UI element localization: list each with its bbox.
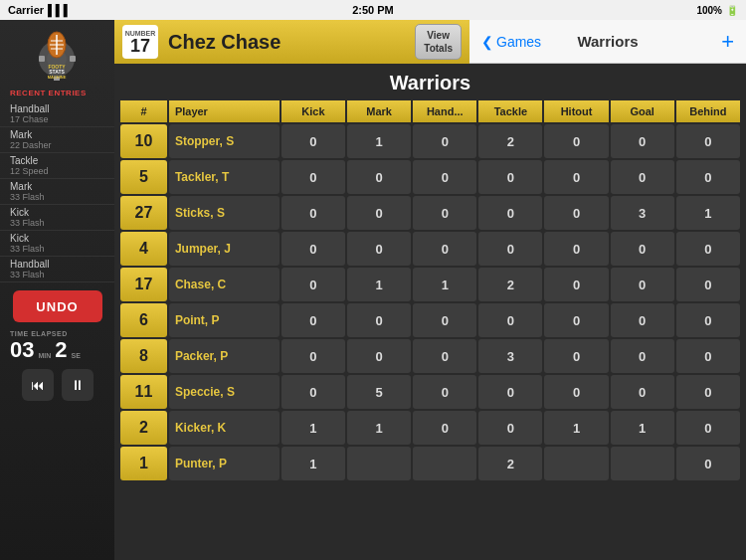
cell-player: Speccie, S [169, 375, 280, 409]
cell-behind[interactable]: 1 [676, 196, 740, 230]
cell-kick[interactable]: 0 [281, 268, 345, 301]
undo-button[interactable]: UNDO [13, 290, 102, 322]
player-number: 17 [130, 37, 150, 55]
cell-hand[interactable]: 0 [413, 160, 476, 194]
cell-tackle[interactable]: 2 [478, 124, 542, 158]
cell-number: 27 [120, 196, 167, 230]
cell-tackle[interactable]: 0 [478, 411, 542, 445]
cell-kick[interactable]: 0 [281, 339, 345, 373]
cell-hitout[interactable]: 0 [544, 124, 608, 158]
cell-kick[interactable]: 0 [281, 232, 345, 266]
cell-hitout[interactable]: 0 [544, 268, 608, 301]
cell-tackle[interactable]: 2 [478, 268, 542, 301]
cell-number: 8 [120, 339, 167, 373]
cell-hand[interactable]: 0 [413, 303, 476, 337]
status-bar-right: 100% 🔋 [696, 5, 738, 16]
logo: FOOTY STATS MACHINE [18, 28, 97, 83]
cell-goal[interactable] [611, 447, 674, 480]
svg-rect-4 [39, 56, 45, 62]
cell-behind[interactable]: 0 [676, 160, 740, 194]
cell-behind[interactable]: 0 [676, 339, 740, 373]
cell-goal[interactable]: 0 [611, 339, 674, 373]
cell-hitout[interactable]: 0 [544, 375, 608, 409]
cell-kick[interactable]: 0 [281, 196, 345, 230]
time-elapsed-label: TIME ELAPSED [0, 330, 68, 337]
cell-hand[interactable]: 0 [413, 232, 476, 266]
cell-mark[interactable]: 0 [347, 232, 411, 266]
cell-behind[interactable]: 0 [676, 124, 740, 158]
cell-kick[interactable]: 0 [281, 303, 345, 337]
cell-hand[interactable]: 0 [413, 339, 476, 373]
battery-icon: 🔋 [726, 5, 738, 16]
col-tackle: Tackle [478, 100, 542, 122]
cell-behind[interactable]: 0 [676, 447, 740, 480]
player-number-badge: NUMBER 17 [122, 25, 158, 59]
cell-mark[interactable]: 1 [347, 268, 411, 301]
cell-goal[interactable]: 0 [611, 303, 674, 337]
cell-hitout[interactable]: 0 [544, 303, 608, 337]
cell-goal[interactable]: 0 [611, 124, 674, 158]
view-totals-line1: View [427, 30, 450, 41]
cell-goal[interactable]: 0 [611, 375, 674, 409]
cell-goal[interactable]: 0 [611, 268, 674, 301]
cell-goal[interactable]: 1 [611, 411, 674, 445]
entry-detail: 12 Speed [10, 166, 104, 176]
cell-hand[interactable] [413, 447, 476, 480]
cell-hitout[interactable]: 0 [544, 160, 608, 194]
time-display: 03 MIN 2 SE [0, 339, 81, 361]
cell-mark[interactable]: 0 [347, 160, 411, 194]
cell-tackle[interactable]: 0 [478, 232, 542, 266]
add-button[interactable]: + [721, 31, 734, 53]
rewind-button[interactable]: ⏮ [22, 369, 54, 401]
cell-goal[interactable]: 0 [611, 232, 674, 266]
cell-mark[interactable]: 1 [347, 411, 411, 445]
cell-tackle[interactable]: 2 [478, 447, 542, 480]
view-totals-button[interactable]: View Totals [415, 24, 462, 60]
entry-type: Handball [10, 259, 104, 270]
cell-behind[interactable]: 0 [676, 375, 740, 409]
cell-hitout[interactable]: 0 [544, 196, 608, 230]
cell-hand[interactable]: 0 [413, 124, 476, 158]
cell-hitout[interactable] [544, 447, 608, 480]
cell-tackle[interactable]: 0 [478, 375, 542, 409]
cell-kick[interactable]: 0 [281, 375, 345, 409]
cell-tackle[interactable]: 0 [478, 196, 542, 230]
cell-mark[interactable]: 0 [347, 196, 411, 230]
cell-hitout[interactable]: 0 [544, 339, 608, 373]
cell-mark[interactable]: 0 [347, 339, 411, 373]
cell-behind[interactable]: 0 [676, 303, 740, 337]
cell-behind[interactable]: 0 [676, 411, 740, 445]
cell-hand[interactable]: 0 [413, 375, 476, 409]
cell-hitout[interactable]: 1 [544, 411, 608, 445]
cell-mark[interactable]: 1 [347, 124, 411, 158]
cell-goal[interactable]: 3 [611, 196, 674, 230]
cell-tackle[interactable]: 0 [478, 303, 542, 337]
entry-type: Mark [10, 181, 104, 192]
cell-kick[interactable]: 1 [281, 411, 345, 445]
table-row: 1Punter, P120 [120, 447, 740, 480]
cell-behind[interactable]: 0 [676, 268, 740, 301]
back-button[interactable]: ❮ Games [481, 34, 541, 50]
header-bar: NUMBER 17 Chez Chase View Totals [114, 20, 469, 64]
cell-hand[interactable]: 0 [413, 196, 476, 230]
cell-mark[interactable]: 0 [347, 303, 411, 337]
table-row: 17Chase, C0112000 [120, 268, 740, 301]
cell-kick[interactable]: 0 [281, 160, 345, 194]
cell-hitout[interactable]: 0 [544, 232, 608, 266]
entry-detail: 33 Flash [10, 270, 104, 280]
entry-type: Kick [10, 207, 104, 218]
entry-type: Kick [10, 233, 104, 244]
cell-kick[interactable]: 1 [281, 447, 345, 480]
pause-button[interactable]: ⏸ [62, 369, 93, 401]
cell-behind[interactable]: 0 [676, 232, 740, 266]
cell-mark[interactable] [347, 447, 411, 480]
cell-hand[interactable]: 1 [413, 268, 476, 301]
cell-hand[interactable]: 0 [413, 411, 476, 445]
cell-kick[interactable]: 0 [281, 124, 345, 158]
cell-number: 1 [120, 447, 167, 480]
cell-mark[interactable]: 5 [347, 375, 411, 409]
cell-tackle[interactable]: 0 [478, 160, 542, 194]
table-row: 6Point, P0000000 [120, 303, 740, 337]
cell-goal[interactable]: 0 [611, 160, 674, 194]
cell-tackle[interactable]: 3 [478, 339, 542, 373]
